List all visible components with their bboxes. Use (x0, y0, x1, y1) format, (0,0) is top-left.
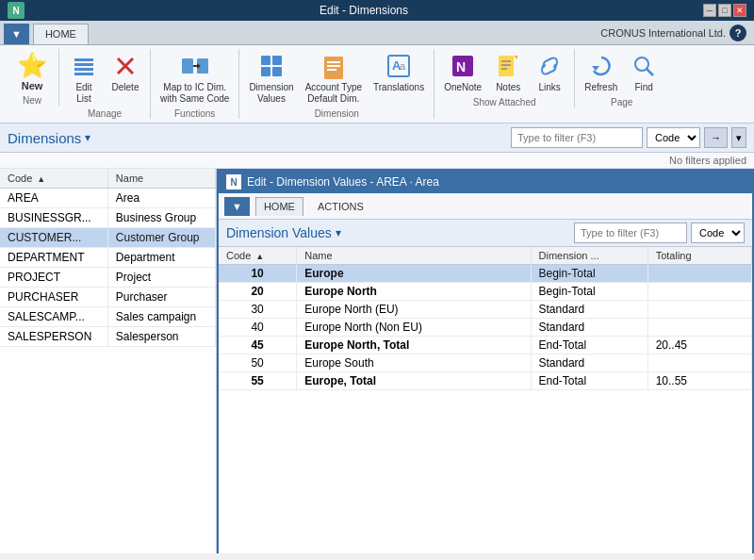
dim-values-logo: N (226, 174, 241, 189)
dv-cell-dim-type: End-Total (531, 372, 647, 390)
account-type-icon (319, 51, 349, 81)
dv-sort-icon: ▲ (255, 252, 264, 261)
dv-table-row[interactable]: 55 Europe, Total End-Total 10..55 (219, 372, 752, 390)
dim-values-title-bar: N Edit - Dimension Values - AREA · Area (219, 171, 752, 193)
dim-values-filter-input[interactable] (574, 222, 687, 243)
page-title: Dimensions (8, 130, 81, 146)
edit-list-button[interactable]: EditList (65, 49, 103, 107)
svg-marker-24 (514, 56, 517, 59)
new-button[interactable]: ⭐ New (11, 49, 53, 93)
dimension-values-button[interactable]: DimensionValues (245, 49, 297, 107)
cell-name: Area (107, 189, 215, 208)
table-row[interactable]: PURCHASER Purchaser (0, 288, 216, 307)
dv-cell-totaling (647, 354, 751, 372)
table-row-selected[interactable]: CUSTOMER... Customer Group (0, 228, 216, 248)
dimensions-table: Code ▲ Name AREA Area BUSINESSGR... Busi… (0, 169, 216, 347)
maximize-button[interactable]: □ (718, 4, 731, 17)
cell-code: DEPARTMENT (0, 248, 107, 268)
map-ic-button[interactable]: Map to IC Dim.with Same Code (156, 49, 233, 107)
dim-values-filter-area: Code (574, 222, 745, 243)
dv-cell-dim-type: Begin-Total (531, 265, 647, 283)
dim-values-sub-title: Dimension Values (226, 225, 332, 240)
cell-name: Sales campaign (107, 307, 215, 327)
dv-col-header-name: Name (297, 247, 531, 265)
dv-col-header-dim-type: Dimension ... (531, 247, 647, 265)
delete-button[interactable]: Delete (107, 49, 144, 95)
svg-rect-23 (499, 56, 514, 76)
dv-cell-name: Europe North (Non EU) (297, 319, 531, 337)
ribbon-group-manage: EditList Delete Manage (59, 49, 151, 119)
col-header-name: Name (107, 169, 215, 189)
dim-values-tab-actions[interactable]: ACTIONS (309, 197, 372, 216)
dim-values-filter-select[interactable]: Code (691, 222, 745, 243)
table-row[interactable]: DEPARTMENT Department (0, 248, 216, 268)
filter-more-button[interactable]: ▾ (731, 127, 746, 148)
filter-go-button[interactable]: → (704, 127, 728, 148)
dv-cell-name: Europe, Total (297, 372, 531, 390)
notes-button[interactable]: Notes (489, 49, 527, 95)
table-row[interactable]: SALESCAMP... Sales campaign (0, 307, 216, 327)
find-icon (629, 51, 659, 81)
dv-table-row[interactable]: 30 Europe North (EU) Standard (219, 301, 752, 319)
dv-table-row[interactable]: 40 Europe North (Non EU) Standard (219, 319, 752, 337)
cell-name: Customer Group (107, 228, 215, 248)
ribbon: ⭐ New New EditList (0, 45, 754, 124)
onenote-label: OneNote (444, 82, 482, 93)
dv-cell-totaling (647, 319, 751, 337)
dim-values-table: Code ▲ Name Dimension ... Totaling 10 Eu… (219, 247, 752, 390)
account-type-button[interactable]: Account TypeDefault Dim. (302, 49, 366, 107)
dv-cell-code: 30 (219, 301, 297, 319)
svg-rect-14 (324, 57, 343, 79)
table-row[interactable]: PROJECT Project (0, 268, 216, 288)
svg-rect-11 (272, 56, 282, 65)
edit-list-label: EditList (75, 82, 91, 105)
dv-table-row[interactable]: 45 Europe North, Total End-Total 20..45 (219, 337, 752, 354)
help-button[interactable]: ? (729, 25, 746, 41)
dv-cell-totaling (647, 301, 751, 319)
dv-col-header-code[interactable]: Code ▲ (219, 247, 297, 265)
svg-rect-15 (327, 61, 340, 63)
dim-values-title-dropdown[interactable]: ▾ (336, 226, 341, 239)
close-button[interactable]: ✕ (733, 4, 746, 17)
cell-code: SALESPERSON (0, 327, 107, 347)
filter-column-select[interactable]: Code (647, 127, 700, 148)
dim-values-menu-btn[interactable]: ▼ (224, 197, 250, 216)
minimize-button[interactable]: ─ (703, 4, 716, 17)
edit-list-icon (69, 51, 99, 81)
ribbon-group-new: ⭐ New New (6, 49, 59, 106)
table-row[interactable]: BUSINESSGR... Business Group (0, 208, 216, 228)
ribbon-group-functions: Map to IC Dim.with Same Code Functions (151, 49, 239, 119)
translations-button[interactable]: A a Translations (369, 49, 428, 95)
dv-col-header-totaling: Totaling (647, 247, 751, 265)
svg-rect-1 (74, 63, 93, 66)
dv-table-row[interactable]: 50 Europe South Standard (219, 354, 752, 372)
dv-cell-totaling: 10..55 (647, 372, 751, 390)
dv-table-row[interactable]: 20 Europe North Begin-Total (219, 283, 752, 301)
outer-layout: Code ▲ Name AREA Area BUSINESSGR... Busi… (0, 169, 754, 553)
find-button[interactable]: Find (625, 49, 663, 95)
dv-cell-code: 40 (219, 319, 297, 337)
dv-cell-dim-type: Standard (531, 301, 647, 319)
links-button[interactable]: Links (531, 49, 568, 95)
dv-cell-totaling: 20..45 (647, 337, 751, 354)
dv-cell-name: Europe South (297, 354, 531, 372)
dv-table-row-selected[interactable]: 10 Europe Begin-Total (219, 265, 752, 283)
sort-icon-code: ▲ (37, 174, 45, 184)
delete-label: Delete (112, 82, 139, 93)
refresh-button[interactable]: Refresh (581, 49, 621, 95)
svg-rect-2 (74, 68, 93, 71)
dv-cell-dim-type: Standard (531, 319, 647, 337)
col-header-code[interactable]: Code ▲ (0, 169, 107, 189)
filter-input[interactable] (511, 127, 643, 148)
table-row[interactable]: AREA Area (0, 189, 216, 208)
svg-rect-17 (327, 69, 336, 71)
menu-dropdown-button[interactable]: ▼ (4, 24, 29, 44)
table-row[interactable]: SALESPERSON Salesperson (0, 327, 216, 347)
notes-label: Notes (496, 82, 520, 93)
no-filters-label: No filters applied (0, 153, 754, 169)
dim-values-tab-home[interactable]: HOME (255, 197, 303, 216)
tab-home[interactable]: HOME (33, 24, 89, 44)
page-title-dropdown[interactable]: ▾ (85, 131, 90, 144)
onenote-button[interactable]: N OneNote (440, 49, 485, 95)
dimension-values-icon (256, 51, 287, 81)
